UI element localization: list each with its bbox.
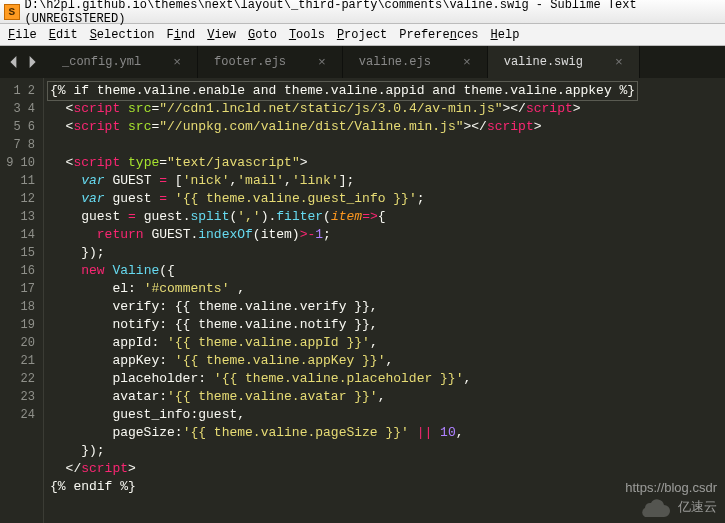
close-icon[interactable]: × [173, 55, 181, 70]
titlebar: S D:\h2pl.github.io\themes\next\layout\_… [0, 0, 725, 24]
tabs: _config.yml× footer.ejs× valine.ejs× val… [46, 46, 725, 78]
menubar: File Edit Selection Find View Goto Tools… [0, 24, 725, 46]
tab-valine-swig[interactable]: valine.swig× [488, 46, 640, 78]
tab-label: valine.swig [504, 55, 583, 69]
line-gutter: 1 2 3 4 5 6 7 8 9 10 11 12 13 14 15 16 1… [0, 78, 44, 523]
close-icon[interactable]: × [615, 55, 623, 70]
watermark-brand: 亿速云 [678, 498, 717, 516]
menu-tools[interactable]: Tools [289, 28, 325, 42]
tab-config[interactable]: _config.yml× [46, 46, 198, 78]
watermark: 亿速云 https://blog.csdr [638, 497, 717, 517]
tab-label: _config.yml [62, 55, 141, 69]
menu-project[interactable]: Project [337, 28, 387, 42]
tab-label: valine.ejs [359, 55, 431, 69]
menu-file[interactable]: File [8, 28, 37, 42]
close-icon[interactable]: × [463, 55, 471, 70]
menu-find[interactable]: Find [166, 28, 195, 42]
menu-preferences[interactable]: Preferences [399, 28, 478, 42]
watermark-text: https://blog.csdr [625, 480, 717, 495]
cloud-icon [638, 497, 672, 517]
code-area[interactable]: {% if theme.valine.enable and theme.vali… [44, 78, 725, 523]
app-icon: S [4, 4, 20, 20]
menu-edit[interactable]: Edit [49, 28, 78, 42]
menu-help[interactable]: Help [491, 28, 520, 42]
menu-view[interactable]: View [207, 28, 236, 42]
close-icon[interactable]: × [318, 55, 326, 70]
tab-footer[interactable]: footer.ejs× [198, 46, 343, 78]
tabbar: _config.yml× footer.ejs× valine.ejs× val… [0, 46, 725, 78]
menu-selection[interactable]: Selection [90, 28, 155, 42]
nav-forward-icon[interactable] [26, 56, 38, 68]
window-title: D:\h2pl.github.io\themes\next\layout\_th… [25, 0, 721, 26]
menu-goto[interactable]: Goto [248, 28, 277, 42]
tab-nav [0, 46, 46, 78]
editor: 1 2 3 4 5 6 7 8 9 10 11 12 13 14 15 16 1… [0, 78, 725, 523]
tab-label: footer.ejs [214, 55, 286, 69]
nav-back-icon[interactable] [8, 56, 20, 68]
tab-valine-ejs[interactable]: valine.ejs× [343, 46, 488, 78]
